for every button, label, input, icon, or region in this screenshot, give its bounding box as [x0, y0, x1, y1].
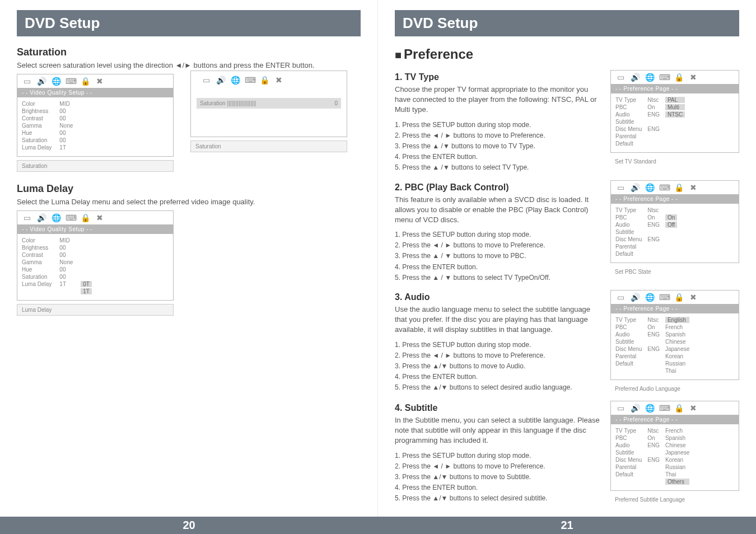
osd-label: TV Type — [615, 207, 642, 213]
saturation-desc: Select screen saturation level using the… — [17, 60, 361, 71]
pbc-title: 2. PBC (Play Back Control) — [395, 182, 603, 193]
subtitle-title: 4. Subtitle — [395, 403, 603, 413]
osd-option: Chinese — [665, 339, 689, 345]
osd-value: None — [59, 123, 73, 129]
osd-label: Default — [615, 140, 642, 147]
osd-value: None — [59, 259, 73, 265]
osd-value: 00 — [59, 108, 73, 114]
step: 3. Press the ▲/▼ buttons to move to Subt… — [395, 472, 603, 483]
tvtype-section: 1. TV Type Choose the proper TV format a… — [395, 67, 739, 174]
osd-value: Ntsc — [647, 207, 660, 213]
osd-caption: Saturation — [190, 140, 347, 152]
osd-value: On — [647, 214, 660, 221]
osd-value: On — [647, 104, 660, 110]
osd-icon-display: ▭ — [615, 73, 626, 82]
osd-caption: Set PBC State — [610, 266, 739, 277]
step: 1. Press the SETUP button during stop mo… — [395, 120, 603, 130]
osd-caption: Saturation — [17, 160, 174, 172]
osd-icon-tools: ✖ — [95, 213, 105, 222]
osd-option: Off — [665, 222, 677, 228]
osd-value: Ntsc — [647, 97, 660, 103]
osd-value: 00 — [59, 137, 73, 143]
osd-icon-keyboard: ⌨ — [659, 73, 669, 82]
osd-option: Japanese — [665, 346, 689, 352]
luma-desc: Select the Luma Delay menu and select th… — [17, 197, 361, 207]
osd-icon-keyboard: ⌨ — [659, 293, 669, 302]
step: 1. Press the SETUP button during stop mo… — [395, 229, 603, 240]
osd-label: Saturation — [22, 137, 52, 143]
osd-label: Color — [22, 237, 52, 243]
step: 5. Press the ▲/▼ buttons to select desir… — [395, 382, 603, 393]
osd-icon-row: ▭ 🔊 🌐 ⌨ 🔒 ✖ — [17, 211, 173, 224]
osd-label: PBC — [615, 324, 642, 330]
osd-label: Luma Delay — [22, 281, 52, 287]
osd-icon-row: ▭ 🔊 🌐 ⌨ 🔒 ✖ — [197, 73, 341, 87]
osd-icon-display: ▭ — [201, 76, 211, 85]
osd-value: ENG — [647, 346, 660, 352]
osd-label: Disc Menu — [615, 126, 642, 132]
step: 3. Press the ▲/▼ buttons to move to Audi… — [395, 361, 603, 372]
osd-icon-row: ▭ 🔊 🌐 ⌨ 🔒 ✖ — [611, 291, 739, 304]
osd-icon-globe: 🌐 — [230, 76, 240, 85]
osd-icon-lock: 🔒 — [674, 73, 684, 82]
osd-icon-globe: 🌐 — [645, 73, 655, 82]
osd-option: NTSC — [665, 111, 685, 118]
osd-label: Disc Menu — [615, 457, 642, 463]
osd-caption: Luma Delay — [17, 304, 174, 316]
osd-option: English — [665, 317, 689, 323]
osd-option: Chinese — [665, 442, 689, 448]
osd-icon-keyboard: ⌨ — [66, 77, 76, 86]
osd-label: TV Type — [615, 97, 642, 103]
osd-icon-display: ▭ — [615, 293, 626, 302]
saturation-osd-left: ▭ 🔊 🌐 ⌨ 🔒 ✖ - - Video Quality Setup - - … — [17, 71, 174, 172]
osd-icon-globe: 🌐 — [645, 404, 655, 413]
osd-value: ENG — [647, 126, 660, 132]
osd-value: MID — [59, 237, 73, 243]
osd-label: TV Type — [615, 317, 642, 323]
step: 2. Press the ◄ / ► buttons to move to Pr… — [395, 240, 603, 251]
step: 2. Press the ◄ / ► buttons to move to Pr… — [395, 461, 603, 472]
audio-title: 3. Audio — [395, 292, 603, 302]
osd-icon-lock: 🔒 — [259, 76, 269, 85]
osd-option: Others — [665, 479, 689, 485]
slider-value: 0 — [334, 100, 338, 106]
osd-label: Gamma — [22, 123, 52, 129]
subtitle-osd: ▭ 🔊 🌐 ⌨ 🔒 ✖ - - Preference Page - - TV T… — [610, 397, 739, 505]
pbc-desc: This feature is only available when a SV… — [395, 195, 603, 226]
preference-heading: ■Preference — [395, 46, 739, 62]
osd-banner: - - Preference Page - - — [611, 84, 739, 93]
osd-label: Subtitle — [615, 339, 642, 345]
pbc-osd: ▭ 🔊 🌐 ⌨ 🔒 ✖ - - Preference Page - - TV T… — [610, 177, 739, 277]
osd-label: Parental — [615, 464, 642, 470]
pbc-section: 2. PBC (Play Back Control) This feature … — [395, 177, 739, 284]
slider-fill: |||||||||||||||||||| — [227, 100, 256, 106]
osd-label: Subtitle — [615, 229, 642, 235]
osd-label: Audio — [615, 111, 642, 118]
osd-label: PBC — [615, 214, 642, 221]
page-number-left: 20 — [0, 517, 378, 534]
step: 5. Press the ▲ /▼ buttons to select TV T… — [395, 162, 603, 173]
osd-icon-speaker: 🔊 — [216, 76, 226, 85]
osd-value: 00 — [59, 252, 73, 258]
audio-section: 3. Audio Use the audio language menu to … — [395, 287, 739, 394]
osd-label: Contrast — [22, 252, 52, 258]
luma-osd: ▭ 🔊 🌐 ⌨ 🔒 ✖ - - Video Quality Setup - - … — [17, 210, 361, 316]
step: 4. Press the ENTER button. — [395, 262, 603, 273]
osd-label: Color — [22, 101, 52, 107]
osd-label: Contrast — [22, 115, 52, 121]
osd-label: Audio — [615, 442, 642, 448]
osd-value: ENG — [647, 442, 660, 448]
osd-icon-tools: ✖ — [688, 293, 698, 302]
osd-value: 00 — [59, 115, 73, 121]
saturation-osd-right: ▭ 🔊 🌐 ⌨ 🔒 ✖ Saturation |||||||||||||||||… — [190, 71, 347, 152]
osd-icon-globe: 🌐 — [51, 77, 61, 86]
osd-label: Audio — [615, 331, 642, 338]
saturation-title: Saturation — [17, 46, 361, 58]
osd-icon-row: ▭ 🔊 🌐 ⌨ 🔒 ✖ — [611, 71, 739, 84]
osd-icon-globe: 🌐 — [645, 183, 655, 192]
osd-label: Subtitle — [615, 119, 642, 125]
osd-label: Parental — [615, 133, 642, 139]
osd-label: Disc Menu — [615, 236, 642, 242]
osd-option: French — [665, 324, 689, 330]
osd-option: Thai — [665, 471, 689, 477]
